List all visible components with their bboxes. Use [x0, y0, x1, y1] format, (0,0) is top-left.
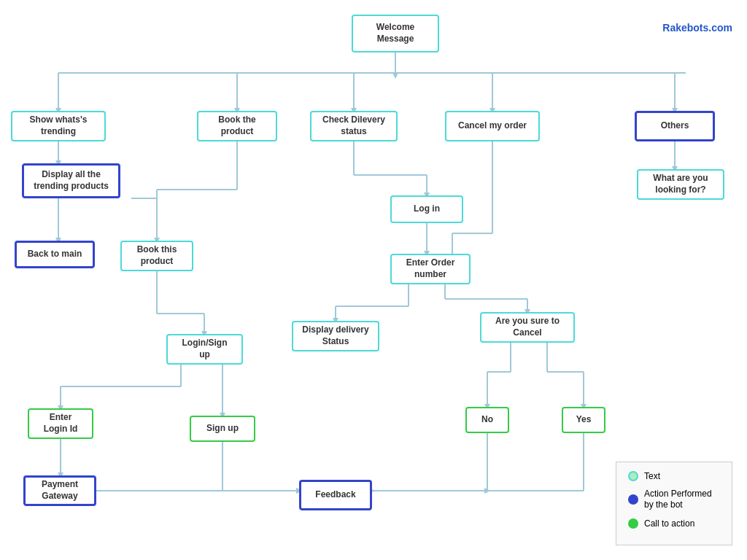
legend-action-label: Action Performedby the bot	[644, 489, 712, 511]
node-display_delivery: Display deliveryStatus	[292, 321, 379, 351]
svg-marker-51	[392, 73, 398, 79]
node-cancel_order: Cancel my order	[445, 111, 540, 141]
node-welcome: WelcomeMessage	[352, 15, 439, 52]
node-display_trending: Display all thetrending products	[22, 163, 120, 198]
legend-cta-label: Call to action	[644, 518, 694, 529]
node-yes: Yes	[562, 407, 605, 433]
node-login_signup: Login/Signup	[166, 334, 243, 365]
node-no: No	[465, 407, 509, 433]
node-check_delivery: Check Dileverystatus	[310, 111, 398, 141]
node-others: Others	[635, 111, 715, 141]
legend-dot-cta	[628, 518, 638, 529]
legend-item-cta: Call to action	[628, 518, 720, 529]
legend: Text Action Performedby the bot Call to …	[616, 462, 732, 545]
node-back_to_main: Back to main	[15, 241, 95, 268]
node-book_product: Book theproduct	[197, 111, 277, 141]
node-sign_up: Sign up	[190, 416, 255, 442]
node-payment_gw: PaymentGateway	[23, 475, 96, 506]
node-book_this: Book thisproduct	[120, 241, 193, 271]
node-enter_order: Enter Ordernumber	[390, 254, 471, 284]
node-show_trending: Show whats's trending	[11, 111, 106, 141]
node-login: Log in	[390, 195, 463, 223]
node-are_you_sure: Are you sure toCancel	[480, 312, 575, 343]
legend-dot-text	[628, 471, 638, 481]
node-feedback: Feedback	[299, 480, 372, 510]
legend-item-action: Action Performedby the bot	[628, 489, 720, 511]
brand-label: Rakebots.com	[662, 22, 732, 34]
legend-item-text: Text	[628, 471, 720, 481]
legend-dot-action	[628, 494, 638, 505]
node-enter_login: EnterLogin Id	[28, 408, 93, 439]
legend-text-label: Text	[644, 471, 660, 481]
node-what_looking: What are youlooking for?	[637, 169, 724, 200]
svg-marker-73	[484, 488, 490, 494]
